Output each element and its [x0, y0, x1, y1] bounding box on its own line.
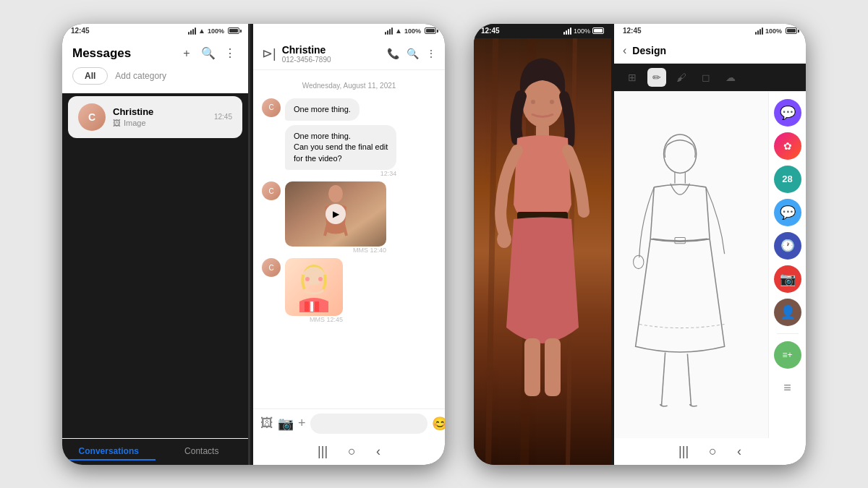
chat-header: ⊳| Christine 012-3456-7890 📞 🔍 ⋮: [253, 38, 445, 70]
call-icon[interactable]: 📞: [387, 48, 399, 59]
chat-more-icon[interactable]: ⋮: [426, 48, 436, 59]
date-label: Wednesday, August 11, 2021: [262, 82, 436, 90]
search-icon[interactable]: 🔍: [200, 46, 216, 61]
app-messages-icon[interactable]: 💬: [774, 99, 801, 127]
svg-point-15: [497, 231, 511, 248]
messages-header-icons: + 🔍 ⋮: [179, 46, 238, 61]
sticker-bubble: [285, 258, 343, 316]
sticker-svg: [289, 262, 339, 312]
chat-contact-info: Christine 012-3456-7890: [282, 44, 387, 64]
message-row-4: C: [262, 258, 436, 323]
nav-home-right[interactable]: ○: [709, 444, 717, 459]
nav-home[interactable]: ○: [348, 444, 356, 459]
chat-input-bar: 🖼 📷 + 😊 🎤: [253, 408, 445, 438]
cloud-tool[interactable]: ☁: [721, 68, 740, 87]
right-fold-device: 12:45 100%: [474, 24, 806, 465]
app-chat-icon[interactable]: 💬: [774, 199, 801, 226]
status-time: 12:45: [71, 27, 90, 35]
app-contacts-icon[interactable]: 👤: [774, 299, 801, 326]
photo-signal: [563, 27, 571, 35]
tab-contacts[interactable]: Contacts: [156, 443, 249, 461]
sidebar-divider: [777, 333, 799, 334]
preview-text: Image: [124, 119, 146, 127]
msg-time-2: 12:34: [285, 170, 396, 177]
msg-avatar-4: C: [262, 258, 281, 277]
more-icon[interactable]: ⋮: [222, 46, 238, 61]
plus-icon[interactable]: +: [298, 416, 306, 431]
add-category-btn[interactable]: Add category: [115, 71, 166, 81]
app-more-icon[interactable]: ≡+: [774, 341, 801, 369]
battery-icon: [228, 27, 239, 34]
preview-icon: 🖼: [113, 119, 121, 127]
notes-back-btn[interactable]: ‹: [623, 44, 626, 57]
chat-wifi-icon: ▲: [395, 27, 402, 35]
messages-header: Messages + 🔍 ⋮ All Add category: [62, 38, 248, 93]
svg-rect-5: [310, 301, 313, 312]
compose-icon[interactable]: +: [179, 46, 195, 61]
chat-battery-icon: [425, 27, 436, 34]
msg-bubble-2: One more thing.Can you send the final ed…: [285, 125, 396, 170]
nav-recent-right[interactable]: |||: [678, 444, 689, 459]
nav-back-right[interactable]: ‹: [737, 444, 741, 459]
left-fold-device: 12:45 ▲ 100% Messages +: [62, 24, 445, 465]
app-clock-icon[interactable]: 🕐: [774, 232, 801, 260]
photo-battery-text: 100%: [574, 27, 590, 35]
chat-messages: Wednesday, August 11, 2021 C One more th…: [253, 70, 445, 408]
msg-avatar-1: C: [262, 98, 281, 117]
sidebar-menu-icon[interactable]: ≡: [774, 374, 801, 402]
photo-time: 12:45: [481, 27, 500, 35]
pencil-tool[interactable]: ✏: [647, 68, 666, 87]
chat-panel: 12:45 ▲ 100% ⊳| Christine 012-3456: [253, 24, 445, 465]
camera-icon[interactable]: 📷: [278, 416, 294, 432]
notes-time: 12:45: [623, 27, 642, 35]
signal-icon: [188, 27, 196, 35]
svg-rect-16: [524, 338, 540, 396]
notes-battery-text: 100%: [765, 27, 782, 35]
message-row-1: C One more thing.: [262, 98, 436, 121]
fashion-photo: [474, 38, 611, 465]
nav-bar-left: ||| ○ ‹: [253, 438, 445, 465]
svg-point-3: [318, 277, 323, 281]
photo-panel: 12:45 100%: [474, 24, 611, 465]
conversation-item-christine[interactable]: C Christine 🖼 Image 12:45: [68, 96, 242, 138]
message-row-2: One more thing.Can you send the final ed…: [262, 125, 436, 177]
photo-battery: [592, 27, 604, 34]
messages-title: Messages: [72, 46, 131, 61]
nav-recent[interactable]: |||: [318, 444, 328, 459]
svg-line-7: [488, 38, 495, 465]
tab-conversations[interactable]: Conversations: [62, 443, 156, 461]
grid-tool[interactable]: ⊞: [623, 68, 642, 87]
notes-status-icons: 100%: [755, 27, 797, 35]
app-calendar-icon[interactable]: 28: [774, 166, 801, 193]
brush-tool[interactable]: 🖌: [672, 68, 691, 87]
photo-status-icons: 100%: [563, 27, 604, 35]
battery-text: 100%: [208, 27, 224, 35]
chat-header-icons: 📞 🔍 ⋮: [387, 48, 436, 59]
svg-rect-17: [545, 338, 561, 396]
nav-back[interactable]: ‹: [376, 444, 380, 459]
notes-header: ‹ Design: [614, 38, 806, 64]
eraser-tool[interactable]: ◻: [697, 68, 715, 87]
chat-search-icon[interactable]: 🔍: [407, 48, 419, 59]
notes-signal: [755, 27, 763, 35]
emoji-icon[interactable]: 😊: [432, 416, 445, 432]
back-button[interactable]: ⊳|: [262, 46, 276, 61]
app-bixby-icon[interactable]: ✿: [774, 132, 801, 160]
notes-battery-icon: [786, 27, 797, 34]
chat-input[interactable]: [310, 414, 427, 434]
app-camera-icon[interactable]: 📷: [774, 265, 801, 293]
photo-status-bar: 12:45 100%: [474, 24, 611, 38]
svg-point-12: [550, 100, 554, 104]
all-filter-btn[interactable]: All: [72, 67, 108, 85]
image-attach-icon[interactable]: 🖼: [260, 416, 273, 431]
conv-info-christine: Christine 🖼 Image: [113, 106, 207, 127]
conversation-list-panel: 12:45 ▲ 100% Messages +: [62, 24, 250, 465]
notes-toolbar: ⊞ ✏ 🖌 ◻ ☁: [614, 64, 806, 92]
wifi-icon: ▲: [198, 27, 205, 35]
play-button[interactable]: ▶: [326, 204, 346, 224]
msg-image: ▶: [285, 181, 386, 247]
notes-content: 💬 ✿ 28 💬 🕐 📷 👤 ≡+ ≡: [614, 92, 806, 438]
message-tabs: Conversations Contacts: [62, 438, 248, 465]
svg-point-10: [522, 80, 563, 127]
svg-rect-4: [305, 301, 309, 312]
